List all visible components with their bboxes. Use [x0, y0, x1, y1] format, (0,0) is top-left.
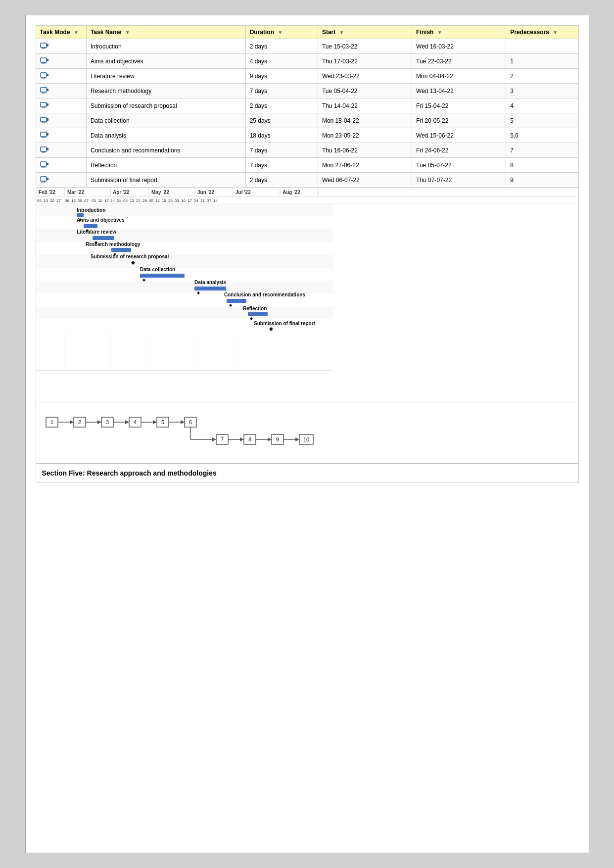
svg-text:Mar '22: Mar '22 — [67, 190, 85, 195]
svg-text:10: 10 — [303, 436, 309, 442]
task-predecessors-cell: 8 — [506, 158, 578, 173]
task-name-cell: Submission of research proposal — [86, 98, 245, 113]
gantt-chart: Feb '22 Mar '22 Apr '22 May '22 Jun '22 … — [36, 188, 579, 402]
th-start[interactable]: Start ▼ — [318, 26, 412, 39]
svg-rect-121 — [111, 248, 131, 252]
task-finish-cell: Thu 07-07-22 — [412, 173, 506, 188]
table-row: Submission of final report2 daysWed 06-0… — [36, 173, 578, 188]
task-finish-cell: Fri 24-06-22 — [412, 143, 506, 158]
th-finish-label: Finish — [416, 29, 433, 36]
svg-rect-34 — [47, 133, 48, 136]
task-name-cell: Submission of final report — [86, 173, 245, 188]
svg-marker-172 — [268, 437, 272, 441]
task-name-cell: Reflection — [86, 158, 245, 173]
th-start-label: Start — [322, 29, 335, 36]
svg-marker-164 — [212, 437, 216, 441]
svg-text:Data analysis: Data analysis — [194, 280, 226, 285]
task-name-cell: Research methodology — [86, 84, 245, 98]
svg-text:1: 1 — [50, 419, 53, 425]
svg-text:03: 03 — [175, 198, 179, 203]
svg-marker-159 — [181, 420, 185, 424]
svg-rect-5 — [41, 58, 47, 62]
task-finish-cell: Wed 13-04-22 — [412, 84, 506, 98]
th-duration-label: Duration — [250, 29, 274, 36]
start-filter-icon[interactable]: ▼ — [339, 30, 344, 35]
th-predecessors[interactable]: Predecessors ▼ — [506, 26, 578, 39]
svg-text:7: 7 — [220, 436, 223, 442]
page-container: Task Mode ▼ Task Name ▼ Duration ▼ Start… — [25, 15, 589, 853]
th-duration[interactable]: Duration ▼ — [245, 26, 318, 39]
task-mode-cell — [36, 84, 86, 98]
table-row: Research methodology7 daysTue 05-04-22We… — [36, 84, 578, 98]
svg-marker-168 — [240, 437, 244, 441]
svg-rect-14 — [47, 74, 48, 76]
svg-text:13: 13 — [71, 198, 76, 203]
duration-filter-icon[interactable]: ▼ — [278, 30, 283, 35]
task-start-cell: Wed 06-07-22 — [318, 173, 412, 188]
svg-text:Introduction: Introduction — [77, 207, 105, 213]
svg-text:27: 27 — [84, 198, 89, 203]
svg-text:05: 05 — [149, 198, 153, 203]
svg-text:29: 29 — [142, 198, 147, 203]
task-predecessors-cell: 7 — [506, 143, 578, 158]
task-duration-cell: 7 days — [245, 84, 318, 98]
task-predecessors-cell: 2 — [506, 69, 578, 84]
th-finish[interactable]: Finish ▼ — [412, 26, 506, 39]
svg-marker-151 — [125, 420, 129, 424]
th-task-name[interactable]: Task Name ▼ — [86, 26, 245, 39]
svg-text:26: 26 — [168, 198, 173, 203]
svg-text:17: 17 — [188, 198, 192, 203]
svg-rect-109 — [36, 306, 333, 319]
svg-text:13: 13 — [44, 198, 48, 203]
svg-text:07: 07 — [207, 198, 211, 203]
svg-rect-44 — [47, 163, 48, 165]
task-mode-icon — [40, 176, 49, 183]
svg-text:10: 10 — [98, 198, 102, 203]
svg-text:20: 20 — [78, 198, 82, 203]
svg-text:Conclusion and recommendations: Conclusion and recommendations — [224, 292, 305, 297]
task-start-cell: Mon 27-06-22 — [318, 158, 412, 173]
task-mode-filter-icon[interactable]: ▼ — [74, 30, 79, 35]
svg-rect-0 — [41, 43, 47, 48]
svg-text:Submission of research proposa: Submission of research proposal — [91, 254, 169, 259]
svg-rect-19 — [47, 89, 48, 91]
task-name-cell: Conclusion and recommendations — [86, 143, 245, 158]
task-name-filter-icon[interactable]: ▼ — [125, 30, 130, 35]
task-finish-cell: Tue 05-07-22 — [412, 158, 506, 173]
svg-rect-39 — [47, 148, 48, 150]
section-footer: Section Five: Research approach and meth… — [36, 464, 579, 482]
svg-text:Jun '22: Jun '22 — [197, 190, 214, 195]
task-predecessors-cell: 5,6 — [506, 128, 578, 143]
task-start-cell: Tue 05-04-22 — [318, 84, 412, 98]
task-mode-icon — [40, 161, 49, 168]
task-finish-cell: Wed 16-03-22 — [412, 39, 506, 54]
task-start-cell: Mon 18-04-22 — [318, 113, 412, 128]
svg-text:19: 19 — [162, 198, 166, 203]
th-task-mode[interactable]: Task Mode ▼ — [36, 26, 86, 39]
svg-text:Aug '22: Aug '22 — [283, 190, 300, 195]
svg-text:24: 24 — [110, 198, 115, 203]
predecessors-filter-icon[interactable]: ▼ — [553, 30, 558, 35]
table-row: Literature review9 daysWed 23-03-22Mon 0… — [36, 69, 578, 84]
svg-rect-24 — [47, 103, 48, 106]
task-duration-cell: 4 days — [245, 54, 318, 69]
svg-text:2: 2 — [78, 419, 81, 425]
svg-text:3: 3 — [105, 419, 108, 425]
task-name-cell: Literature review — [86, 69, 245, 84]
svg-text:15: 15 — [130, 198, 134, 203]
svg-text:22: 22 — [136, 198, 141, 203]
task-finish-cell: Fri 20-05-22 — [412, 113, 506, 128]
svg-rect-45 — [41, 177, 47, 181]
task-table: Task Mode ▼ Task Name ▼ Duration ▼ Start… — [36, 25, 579, 188]
finish-filter-icon[interactable]: ▼ — [437, 30, 442, 35]
svg-text:Apr '22: Apr '22 — [113, 190, 130, 195]
svg-rect-15 — [41, 88, 47, 92]
task-duration-cell: 25 days — [245, 113, 318, 128]
svg-rect-135 — [248, 312, 268, 316]
svg-text:Feb '22: Feb '22 — [39, 190, 55, 195]
svg-text:Research methodology: Research methodology — [86, 241, 141, 247]
task-mode-icon — [40, 146, 49, 153]
task-mode-icon — [40, 57, 49, 64]
th-predecessors-label: Predecessors — [510, 29, 549, 36]
svg-rect-112 — [77, 213, 84, 217]
